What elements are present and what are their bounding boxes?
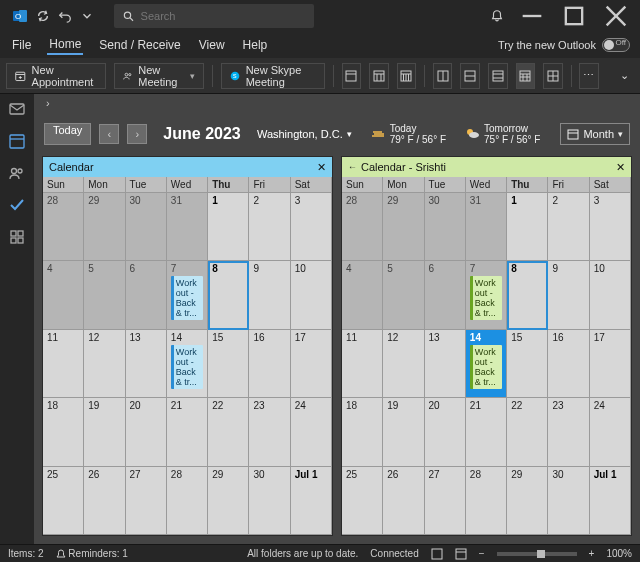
- day-cell[interactable]: 11: [342, 330, 383, 398]
- calendar-event[interactable]: Work out - Back & tr...: [171, 276, 203, 320]
- rail-mail-icon[interactable]: [8, 100, 26, 118]
- day-cell[interactable]: Jul 1: [291, 467, 332, 535]
- day-cell[interactable]: 9: [548, 261, 589, 329]
- day-cell[interactable]: 29: [507, 467, 548, 535]
- day-cell[interactable]: 20: [425, 398, 466, 466]
- day-cell[interactable]: 16: [548, 330, 589, 398]
- arrange-5-button[interactable]: [543, 63, 563, 89]
- menu-send-receive[interactable]: Send / Receive: [97, 36, 182, 54]
- location-selector[interactable]: Washington, D.C. ▾: [257, 128, 352, 140]
- new-appointment-button[interactable]: New Appointment: [6, 63, 106, 89]
- day-cell[interactable]: 15: [208, 330, 249, 398]
- sync-icon[interactable]: [36, 9, 50, 23]
- day-cell[interactable]: 22: [507, 398, 548, 466]
- day-cell[interactable]: 3: [291, 193, 332, 261]
- day-cell[interactable]: 2: [249, 193, 290, 261]
- day-cell[interactable]: 29: [208, 467, 249, 535]
- arrow-left-icon[interactable]: ←: [348, 162, 357, 172]
- try-new-outlook-toggle[interactable]: Off: [602, 38, 630, 52]
- arrange-2-button[interactable]: [460, 63, 480, 89]
- menu-help[interactable]: Help: [241, 36, 270, 54]
- search-box[interactable]: [114, 4, 314, 28]
- prev-month-button[interactable]: ‹: [99, 124, 119, 144]
- rail-people-icon[interactable]: [8, 164, 26, 182]
- day-cell[interactable]: 8: [507, 261, 548, 329]
- arrange-4-button[interactable]: [516, 63, 536, 89]
- day-cell[interactable]: 7Work out - Back & tr...: [466, 261, 507, 329]
- day-cell[interactable]: 26: [84, 467, 125, 535]
- day-cell[interactable]: 12: [383, 330, 424, 398]
- day-cell[interactable]: 18: [43, 398, 84, 466]
- day-cell[interactable]: 25: [342, 467, 383, 535]
- arrange-3-button[interactable]: [488, 63, 508, 89]
- view-selector[interactable]: Month ▾: [560, 123, 630, 145]
- day-cell[interactable]: 27: [425, 467, 466, 535]
- status-view-normal[interactable]: [431, 548, 443, 560]
- calendar-a-title-bar[interactable]: Calendar ✕: [43, 157, 332, 177]
- status-view-reading[interactable]: [455, 548, 467, 560]
- weather-today[interactable]: Today 79° F / 56° F: [370, 123, 446, 145]
- qat-more-icon[interactable]: [80, 9, 94, 23]
- day-cell[interactable]: 19: [383, 398, 424, 466]
- next-month-button[interactable]: ›: [127, 124, 147, 144]
- day-cell[interactable]: 17: [291, 330, 332, 398]
- calendar-a-close[interactable]: ✕: [317, 161, 326, 174]
- day-cell[interactable]: 28: [342, 193, 383, 261]
- day-cell[interactable]: 24: [291, 398, 332, 466]
- day-cell[interactable]: 6: [126, 261, 167, 329]
- day-cell[interactable]: 4: [43, 261, 84, 329]
- day-cell[interactable]: 1: [208, 193, 249, 261]
- day-cell[interactable]: 8: [208, 261, 249, 329]
- day-cell[interactable]: 12: [84, 330, 125, 398]
- day-cell[interactable]: 30: [249, 467, 290, 535]
- day-cell[interactable]: 3: [590, 193, 631, 261]
- day-cell[interactable]: 4: [342, 261, 383, 329]
- day-cell[interactable]: 29: [84, 193, 125, 261]
- undo-icon[interactable]: [58, 9, 72, 23]
- view-week-button[interactable]: [397, 63, 417, 89]
- minimize-button[interactable]: [518, 2, 546, 30]
- day-cell[interactable]: 31: [466, 193, 507, 261]
- ribbon-more-button[interactable]: ⋯: [579, 63, 599, 89]
- day-cell[interactable]: 5: [84, 261, 125, 329]
- day-cell[interactable]: 1: [507, 193, 548, 261]
- status-reminders[interactable]: Reminders: 1: [56, 548, 128, 559]
- rail-more-icon[interactable]: [8, 228, 26, 246]
- day-cell[interactable]: 10: [291, 261, 332, 329]
- day-cell[interactable]: 27: [126, 467, 167, 535]
- bell-icon[interactable]: [490, 9, 504, 23]
- day-cell[interactable]: 16: [249, 330, 290, 398]
- day-cell[interactable]: 21: [466, 398, 507, 466]
- day-cell[interactable]: 23: [548, 398, 589, 466]
- rail-tasks-icon[interactable]: [8, 196, 26, 214]
- day-cell[interactable]: 21: [167, 398, 208, 466]
- day-cell[interactable]: 5: [383, 261, 424, 329]
- folder-pane-expand[interactable]: ›: [34, 94, 640, 112]
- day-cell[interactable]: 28: [43, 193, 84, 261]
- day-cell[interactable]: 13: [425, 330, 466, 398]
- calendar-b-close[interactable]: ✕: [616, 161, 625, 174]
- day-cell[interactable]: 11: [43, 330, 84, 398]
- day-cell[interactable]: 22: [208, 398, 249, 466]
- calendar-event[interactable]: Work out - Back & tr...: [470, 276, 502, 320]
- calendar-b-title-bar[interactable]: ← Calendar - Srishti ✕: [342, 157, 631, 177]
- day-cell[interactable]: 13: [126, 330, 167, 398]
- new-skype-meeting-button[interactable]: S New Skype Meeting: [221, 63, 325, 89]
- zoom-in-button[interactable]: +: [589, 548, 595, 559]
- zoom-slider[interactable]: [497, 552, 577, 556]
- day-cell[interactable]: 14Work out - Back & tr...: [167, 330, 208, 398]
- menu-file[interactable]: File: [10, 36, 33, 54]
- day-cell[interactable]: 10: [590, 261, 631, 329]
- day-cell[interactable]: 31: [167, 193, 208, 261]
- search-input[interactable]: [141, 10, 306, 22]
- day-cell[interactable]: 23: [249, 398, 290, 466]
- day-cell[interactable]: 24: [590, 398, 631, 466]
- today-button[interactable]: Today: [44, 123, 91, 145]
- view-day-button[interactable]: [342, 63, 362, 89]
- day-cell[interactable]: 17: [590, 330, 631, 398]
- day-cell[interactable]: 25: [43, 467, 84, 535]
- day-cell[interactable]: 9: [249, 261, 290, 329]
- weather-tomorrow[interactable]: Tomorrow 75° F / 56° F: [464, 123, 540, 145]
- day-cell[interactable]: 18: [342, 398, 383, 466]
- close-button[interactable]: [602, 2, 630, 30]
